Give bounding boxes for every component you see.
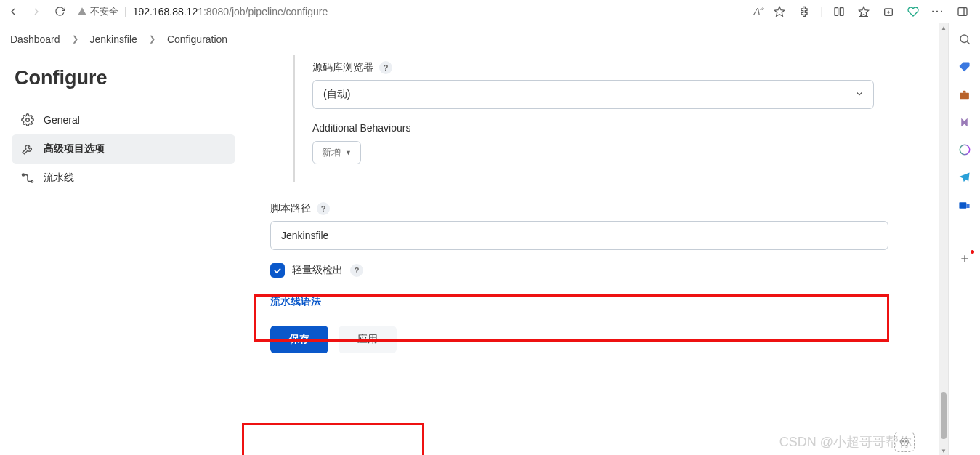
split-screen-icon[interactable] [830,3,848,20]
form-area: 源码库浏览器 ? (自动) Additional Behaviours 新增 ▼ [247,55,948,455]
collections-icon[interactable] [880,3,897,20]
chevron-right-icon: ❯ [149,34,155,44]
save-button[interactable]: 保存 [270,326,328,353]
page-title: Configure [15,67,235,89]
back-button[interactable] [4,3,22,20]
add-sidebar-icon[interactable] [957,251,972,266]
forward-button[interactable] [28,3,45,20]
chevron-right-icon: ❯ [72,34,78,44]
breadcrumb: Dashboard ❯ Jenkinsfile ❯ Configuration [0,23,948,55]
svg-point-13 [901,438,909,446]
svg-rect-20 [959,202,966,209]
svg-point-10 [26,118,30,122]
sidebar-item-pipeline[interactable]: 流水线 [12,164,235,193]
chevron-down-icon [854,89,864,101]
search-icon[interactable] [957,32,972,47]
svg-rect-1 [835,7,838,15]
edge-sidebar [948,23,980,455]
form-actions: 保存 应用 [247,326,948,353]
favorites-bar-icon[interactable] [855,3,872,20]
performance-icon[interactable] [904,3,922,20]
breadcrumb-job[interactable]: Jenkinsfile [90,33,137,45]
breadcrumb-dashboard[interactable]: Dashboard [10,33,60,45]
scm-browser-value: (自动) [323,88,350,101]
svg-point-19 [960,145,970,155]
copilot-sidebar-icon[interactable] [957,142,972,157]
sidebar-item-label: General [44,114,80,126]
more-icon[interactable]: ··· [929,3,947,20]
sidebar-item-label: 流水线 [44,172,74,185]
scroll-down-icon[interactable]: ▼ [939,446,948,455]
url-text: 192.168.88.121:8080/job/pipeline/configu… [133,6,745,17]
wrench-icon [20,142,35,156]
svg-rect-18 [960,92,969,99]
config-sidebar: Configure General 高级项目选项 流水线 [0,55,247,455]
scm-browser-select[interactable]: (自动) [312,80,874,109]
main-content: Dashboard ❯ Jenkinsfile ❯ Configuration … [0,23,948,455]
svg-point-16 [960,35,968,43]
svg-rect-2 [840,7,843,15]
lightweight-checkout-checkbox[interactable] [270,263,285,278]
svg-rect-8 [958,7,967,15]
scrollbar[interactable]: ▲ ▼ [939,23,948,455]
help-icon[interactable]: ? [379,61,392,74]
help-icon[interactable]: ? [350,264,363,277]
pipeline-syntax-link[interactable]: 流水线语法 [270,295,321,307]
script-path-input[interactable] [270,221,888,250]
apply-button[interactable]: 应用 [339,326,397,353]
sidebar-toggle-icon[interactable] [954,3,971,20]
scroll-thumb[interactable] [941,392,947,439]
caret-down-icon: ▼ [345,149,352,156]
sidebar-item-advanced[interactable]: 高级项目选项 [12,134,235,164]
url-bar[interactable]: 不安全 | 192.168.88.121:8080/job/pipeline/c… [74,1,748,23]
sidebar-item-label: 高级项目选项 [44,142,105,156]
separator: | [124,6,127,17]
add-behaviour-button[interactable]: 新增 ▼ [312,141,361,164]
add-button-label: 新增 [322,146,341,159]
lightweight-checkout-label: 轻量级检出 [292,264,343,277]
tag-icon[interactable] [957,60,972,74]
svg-point-15 [905,441,907,443]
outlook-icon[interactable] [957,198,972,212]
telegram-icon[interactable] [957,170,972,185]
read-aloud-icon[interactable]: A» [754,5,764,17]
sidebar-item-general[interactable]: General [12,105,235,134]
refresh-button[interactable] [51,3,68,20]
copilot-icon[interactable] [894,432,915,452]
scroll-up-icon[interactable]: ▲ [939,23,948,32]
gear-icon [20,113,35,127]
extensions-icon[interactable] [795,3,813,20]
briefcase-icon[interactable] [957,87,972,102]
help-icon[interactable]: ? [317,202,330,215]
favorite-icon[interactable] [771,3,788,20]
games-icon[interactable] [957,115,972,129]
additional-behaviours-label: Additional Behaviours [312,122,874,134]
svg-marker-0 [775,7,785,16]
browser-toolbar: 不安全 | 192.168.88.121:8080/job/pipeline/c… [0,0,980,23]
warning-icon: 不安全 [77,5,118,18]
separator: | [820,6,823,17]
svg-line-17 [967,41,969,44]
svg-marker-3 [859,7,868,16]
breadcrumb-configuration[interactable]: Configuration [167,33,227,45]
scm-browser-label: 源码库浏览器 [312,61,373,74]
pipeline-icon [20,171,35,185]
svg-point-14 [902,441,904,443]
script-path-label: 脚本路径 [270,202,311,215]
